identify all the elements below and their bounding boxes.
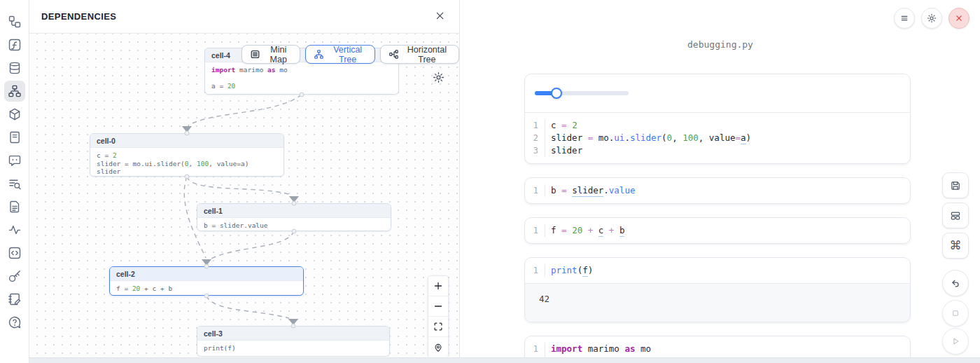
code-row: 3slider (525, 144, 910, 157)
minimap-icon (250, 49, 260, 60)
fit-view-icon (433, 322, 443, 331)
code-row: 1import marimo as mo (525, 343, 910, 355)
window-bottom-edge (0, 357, 980, 363)
graph-node-title: cell-2 (110, 267, 303, 281)
slider-widget[interactable] (535, 88, 629, 99)
code-editor[interactable]: 1print(f) (525, 258, 910, 283)
sidebar-item-function[interactable] (4, 34, 25, 55)
view-button-horizontal-tree[interactable]: Horizontal Tree (380, 45, 459, 64)
documentation-icon (8, 200, 22, 214)
sidebar-item-search-logs[interactable] (4, 173, 25, 194)
code-row: 1print(f) (525, 264, 910, 277)
sidebar-item-documentation[interactable] (4, 196, 25, 217)
graph-node-title: cell-0 (90, 134, 284, 148)
graph-node-code: c = 2slider = mo.ui.slider(0, 100, value… (90, 148, 284, 177)
notebook-cells: 1c = 22slider = mo.ui.slider(0, 100, val… (524, 74, 911, 363)
code-line: slider (545, 144, 582, 157)
slider-cell: 1c = 22slider = mo.ui.slider(0, 100, val… (524, 74, 911, 164)
graph-view-toolbar: Mini MapVertical TreeHorizontal Tree (241, 45, 459, 64)
code-line: c = 2 (545, 119, 578, 132)
code-row: 1b = slider.value (525, 184, 910, 197)
window-controls (894, 8, 969, 29)
line-number: 2 (525, 132, 545, 144)
zoom-in-button[interactable] (428, 276, 448, 296)
code-editor[interactable]: 1f = 20 + c + b (525, 218, 910, 243)
tracing-icon (8, 223, 22, 237)
sidebar-item-tracing[interactable] (4, 219, 25, 240)
graph-node-cell-0[interactable]: cell-0c = 2slider = mo.ui.slider(0, 100,… (90, 133, 284, 177)
settings-button[interactable] (921, 8, 942, 29)
activity-sidebar (0, 0, 29, 363)
help-icon (8, 315, 22, 329)
packages-icon (8, 107, 22, 121)
app-window: DEPENDENCIES cell-4import marimo as mo a… (0, 0, 980, 363)
sidebar-item-packages[interactable] (4, 104, 25, 125)
datasources-icon (8, 61, 22, 75)
view-button-vertical-tree[interactable]: Vertical Tree (305, 45, 374, 64)
command-icon: ⌘ (950, 240, 962, 252)
graph-node-cell-3[interactable]: cell-3print(f) (197, 326, 390, 357)
outputs-icon (8, 246, 22, 260)
b-cell: 1b = slider.value (524, 177, 911, 204)
graph-node-cell-1[interactable]: cell-1b = slider.value (197, 203, 391, 231)
view-button-label: Mini Map (265, 45, 292, 64)
f-cell: 1f = 20 + c + b (524, 217, 911, 244)
sidebar-item-chat[interactable] (4, 150, 25, 171)
line-number: 3 (525, 144, 545, 157)
shortcuts-button[interactable]: ⌘ (942, 233, 969, 259)
undo-icon (950, 278, 961, 289)
graph-node-code: import marimo as mo a = 20 (205, 62, 398, 95)
file-tree-icon (8, 15, 22, 29)
shutdown-button[interactable] (948, 8, 969, 29)
locate-button[interactable] (428, 337, 448, 357)
function-icon (8, 38, 22, 52)
dependencies-close-button[interactable] (432, 9, 447, 25)
stop-button[interactable] (942, 300, 969, 327)
line-number: 1 (525, 224, 545, 237)
graph-node-cell-2[interactable]: cell-2f = 20 + c + b (109, 266, 304, 296)
slider-handle[interactable] (551, 88, 562, 99)
search-logs-icon (8, 177, 22, 191)
zoom-in-icon (433, 281, 443, 291)
sidebar-item-scratchpad[interactable] (4, 289, 25, 310)
panel-title: DEPENDENCIES (41, 11, 116, 22)
save-icon (950, 180, 961, 191)
code-row: 2slider = mo.ui.slider(0, 100, value=a) (525, 132, 910, 144)
view-button-minimap[interactable]: Mini Map (241, 45, 300, 64)
sidebar-item-logs[interactable] (4, 127, 25, 148)
zoom-out-icon (433, 301, 443, 311)
zoom-out-button[interactable] (428, 296, 448, 317)
dependency-graph-canvas[interactable]: cell-4import marimo as mo a = 20cell-0c … (29, 34, 459, 357)
fit-view-button[interactable] (428, 317, 448, 337)
print-cell: 1print(f)42 (524, 257, 911, 322)
code-line: import marimo as mo (545, 343, 651, 355)
dependencies-panel: DEPENDENCIES cell-4import marimo as mo a… (29, 0, 460, 363)
sidebar-item-datasources[interactable] (4, 57, 25, 78)
sidebar-item-help[interactable] (4, 312, 25, 333)
undo-button[interactable] (942, 270, 969, 296)
graph-settings-button[interactable] (433, 71, 444, 83)
code-row: 1c = 2 (525, 119, 910, 132)
logs-icon (8, 130, 22, 144)
sidebar-item-outputs[interactable] (4, 242, 25, 263)
sidebar-item-secrets[interactable] (4, 266, 25, 287)
code-line: b = slider.value (545, 184, 635, 197)
code-editor[interactable]: 1c = 22slider = mo.ui.slider(0, 100, val… (525, 112, 910, 163)
gear-icon (927, 13, 937, 23)
graph-node-code: print(f) (197, 341, 389, 357)
gear-icon (433, 71, 444, 83)
locate-icon (433, 343, 443, 352)
graph-node-code: f = 20 + c + b (110, 281, 303, 296)
code-editor[interactable]: 1b = slider.value (525, 178, 910, 203)
sidebar-item-file-tree[interactable] (4, 11, 25, 32)
vertical-tree-icon (314, 49, 324, 60)
run-button[interactable] (942, 328, 969, 355)
save-button[interactable] (942, 172, 969, 198)
console-output: 42 (525, 283, 910, 322)
graph-zoom-controls (428, 275, 449, 357)
sidebar-item-dependencies[interactable] (4, 81, 25, 102)
layout-button[interactable] (942, 203, 969, 228)
graph-node-title: cell-3 (197, 327, 389, 341)
notebook-panel: debugging.py 1c = 22slider = mo.ui.slide… (461, 0, 980, 363)
menu-button[interactable] (894, 8, 915, 29)
